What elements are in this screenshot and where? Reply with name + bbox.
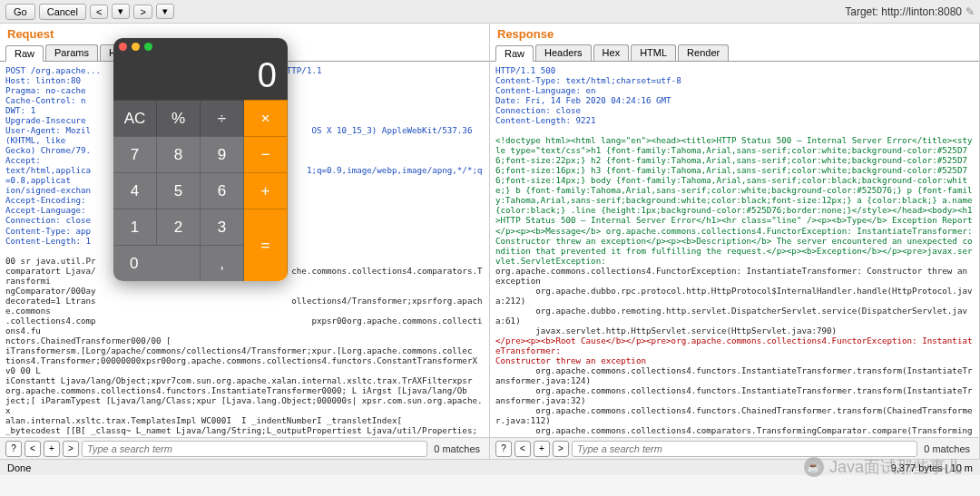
resp-search-prev-icon[interactable]: < xyxy=(514,441,531,457)
response-html-src: <!doctype html><html lang="en"><head><ti… xyxy=(495,135,977,265)
edit-target-icon[interactable]: ✎ xyxy=(965,5,975,18)
tab-raw[interactable]: Raw xyxy=(5,45,44,62)
key-minus[interactable]: − xyxy=(244,136,288,172)
key-8[interactable]: 8 xyxy=(157,136,201,172)
key-multiply[interactable]: × xyxy=(244,100,288,136)
tab-resp-headers[interactable]: Headers xyxy=(535,44,592,61)
key-9[interactable]: 9 xyxy=(201,136,244,172)
top-toolbar: Go Cancel < ▾ > ▾ Target: http://linton:… xyxy=(0,0,980,24)
tab-resp-hex[interactable]: Hex xyxy=(593,44,630,61)
response-match-count: 0 matches xyxy=(920,443,974,454)
status-bar: Done 9,377 bytes | 10 m xyxy=(0,459,980,475)
response-head-text: HTTP/1.1 500 Content-Type: text/html;cha… xyxy=(495,65,681,125)
request-match-count: 0 matches xyxy=(430,443,484,454)
search-add-icon[interactable]: + xyxy=(44,441,60,457)
key-0[interactable]: 0 xyxy=(113,245,201,281)
request-searchbar: ? < + > 0 matches xyxy=(0,437,489,459)
key-7[interactable]: 7 xyxy=(113,136,157,172)
cancel-button[interactable]: Cancel xyxy=(39,4,86,20)
key-decimal[interactable]: , xyxy=(201,245,244,281)
key-5[interactable]: 5 xyxy=(157,172,201,209)
key-3[interactable]: 3 xyxy=(201,209,244,245)
search-next-icon[interactable]: > xyxy=(63,441,79,457)
close-icon[interactable] xyxy=(119,43,127,51)
tab-resp-raw[interactable]: Raw xyxy=(495,45,534,62)
request-search-input[interactable] xyxy=(82,441,427,457)
resp-search-add-icon[interactable]: + xyxy=(534,441,550,457)
minimize-icon[interactable] xyxy=(132,43,140,51)
response-stack2: org.apache.commons.collections4.functors… xyxy=(495,365,977,437)
key-1[interactable]: 1 xyxy=(113,209,157,245)
key-plus[interactable]: + xyxy=(244,172,288,209)
tab-resp-render[interactable]: Render xyxy=(678,44,729,61)
resp-search-next-icon[interactable]: > xyxy=(553,441,569,457)
response-body[interactable]: HTTP/1.1 500 Content-Type: text/html;cha… xyxy=(490,62,979,437)
key-equals[interactable]: = xyxy=(244,209,288,281)
response-rootcause: </pre><p><b>Root Cause</b></p><pre>org.a… xyxy=(495,336,972,365)
response-search-input[interactable] xyxy=(572,441,917,457)
calculator-keypad: AC % ÷ × 7 8 9 − 4 5 6 + 1 2 3 = 0 , xyxy=(113,100,288,281)
zoom-icon[interactable] xyxy=(144,43,152,51)
resp-search-settings-icon[interactable]: ? xyxy=(495,441,512,457)
response-searchbar: ? < + > 0 matches xyxy=(490,437,979,459)
key-percent[interactable]: % xyxy=(157,100,201,136)
history-prev-menu-button[interactable]: ▾ xyxy=(112,4,130,19)
key-2[interactable]: 2 xyxy=(157,209,201,245)
response-tabs: Raw Headers Hex HTML Render xyxy=(490,44,979,62)
key-6[interactable]: 6 xyxy=(201,172,244,209)
search-settings-icon[interactable]: ? xyxy=(5,441,22,457)
history-next-menu-button[interactable]: ▾ xyxy=(156,4,174,19)
go-button[interactable]: Go xyxy=(5,4,35,20)
target-label: Target: http://linton:8080 ✎ xyxy=(845,5,975,18)
search-prev-icon[interactable]: < xyxy=(24,441,41,457)
tab-resp-html[interactable]: HTML xyxy=(631,44,676,61)
target-text: Target: http://linton:8080 xyxy=(845,5,962,18)
response-stack1: org.apache.commons.collections4.FunctorE… xyxy=(495,266,973,336)
calculator-display: 0 xyxy=(113,54,288,100)
tab-params[interactable]: Params xyxy=(45,44,98,61)
history-next-button[interactable]: > xyxy=(133,5,152,19)
calculator-titlebar[interactable] xyxy=(113,38,288,54)
request-payload-text: 00 sr java.util.Pr comparatort Ljava/ ch… xyxy=(5,256,482,437)
response-pane: Response Raw Headers Hex HTML Render HTT… xyxy=(490,24,980,459)
status-left: Done xyxy=(7,462,31,473)
status-right: 9,377 bytes | 10 m xyxy=(891,462,973,473)
response-title: Response xyxy=(490,24,979,44)
key-divide[interactable]: ÷ xyxy=(201,100,244,136)
history-prev-button[interactable]: < xyxy=(90,5,108,19)
calculator-window[interactable]: 0 AC % ÷ × 7 8 9 − 4 5 6 + 1 2 3 = 0 , xyxy=(113,38,288,281)
key-ac[interactable]: AC xyxy=(113,100,157,136)
key-4[interactable]: 4 xyxy=(113,172,157,209)
